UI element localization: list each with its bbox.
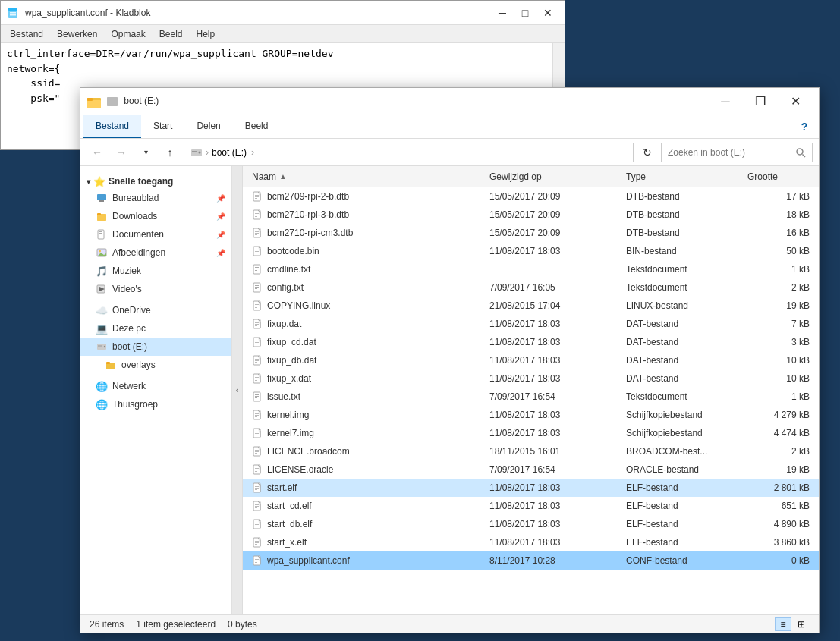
file-type-cell: Schijfkopiebestand — [623, 428, 744, 438]
svg-rect-93 — [255, 468, 259, 469]
notepad-menu-help[interactable]: Help — [190, 27, 221, 41]
file-size-cell: 7 kB — [744, 319, 813, 329]
table-row[interactable]: cmdline.txt Tekstdocument 1 kB — [243, 260, 819, 278]
file-type-cell: ELF-bestand — [623, 501, 744, 511]
file-type-cell: Tekstdocument — [623, 391, 744, 402]
notepad-menu-bewerken[interactable]: Bewerken — [51, 27, 103, 41]
tab-delen[interactable]: Delen — [184, 115, 232, 138]
nav-up-btn[interactable]: ↑ — [159, 143, 181, 162]
file-type-icon — [252, 482, 263, 493]
table-row[interactable]: fixup_cd.dat 11/08/2017 18:03 DAT-bestan… — [243, 333, 819, 351]
table-row[interactable]: bootcode.bin 11/08/2017 18:03 BIN-bestan… — [243, 242, 819, 260]
search-input[interactable] — [668, 147, 792, 158]
table-row[interactable]: start_cd.elf 11/08/2017 18:03 ELF-bestan… — [243, 497, 819, 515]
nav-recent-btn[interactable]: ▾ — [135, 143, 156, 162]
sidebar-item-netwerk[interactable]: 🌐 Netwerk — [80, 377, 231, 395]
table-row[interactable]: bcm2709-rpi-2-b.dtb 15/05/2017 20:09 DTB… — [243, 187, 819, 206]
sidebar-item-afbeeldingen[interactable]: Afbeeldingen 📌 — [80, 244, 231, 262]
file-name-cell: LICENSE.oracle — [249, 464, 486, 475]
notepad-menu-beeld[interactable]: Beeld — [153, 27, 189, 41]
sidebar-item-thuisgroep[interactable]: 🌐 Thuisgroep — [80, 395, 231, 413]
netwerk-icon: 🌐 — [96, 380, 108, 392]
svg-rect-90 — [255, 451, 259, 452]
explorer-restore-btn[interactable]: ❐ — [743, 90, 778, 114]
file-type-cell: DAT-bestand — [623, 373, 744, 384]
sidebar-item-boot[interactable]: boot (E:) — [80, 338, 231, 356]
file-list[interactable]: bcm2709-rpi-2-b.dtb 15/05/2017 20:09 DTB… — [243, 187, 819, 614]
status-count: 26 items — [90, 619, 124, 630]
svg-rect-14 — [97, 194, 106, 200]
svg-rect-31 — [106, 362, 110, 364]
file-date-cell: 11/08/2017 18:03 — [486, 428, 623, 438]
refresh-btn[interactable]: ↻ — [637, 143, 658, 162]
nav-back-btn[interactable]: ← — [87, 143, 108, 162]
tab-beeld[interactable]: Beeld — [233, 115, 281, 138]
file-type-icon — [252, 391, 263, 402]
sidebar-collapse-btn[interactable]: ‹ — [232, 166, 243, 614]
notepad-menu-opmaak[interactable]: Opmaak — [105, 27, 151, 41]
col-header-modified[interactable]: Gewijzigd op — [486, 166, 623, 187]
file-name-cell: start_x.elf — [249, 537, 486, 548]
sidebar-item-muziek[interactable]: 🎵 Muziek — [80, 262, 231, 280]
svg-line-13 — [803, 154, 806, 157]
file-type-icon — [252, 209, 263, 220]
svg-rect-5 — [87, 100, 101, 108]
col-header-type[interactable]: Type — [623, 166, 744, 187]
svg-rect-8 — [107, 97, 118, 106]
table-row[interactable]: start_x.elf 11/08/2017 18:03 ELF-bestand… — [243, 533, 819, 551]
svg-rect-67 — [255, 344, 257, 344]
table-row[interactable]: fixup_db.dat 11/08/2017 18:03 DAT-bestan… — [243, 351, 819, 369]
col-header-name[interactable]: Naam ▲ — [249, 166, 486, 187]
table-row[interactable]: issue.txt 7/09/2017 16:54 Tekstdocument … — [243, 388, 819, 406]
file-size-cell: 19 kB — [744, 300, 813, 311]
table-row[interactable]: start.elf 11/08/2017 18:03 ELF-bestand 2… — [243, 479, 819, 497]
table-row[interactable]: kernel7.img 11/08/2017 18:03 Schijfkopie… — [243, 424, 819, 442]
file-date-cell: 18/11/2015 16:01 — [486, 446, 623, 457]
sidebar-item-onedrive[interactable]: ☁️ OneDrive — [80, 301, 231, 319]
nav-forward-btn[interactable]: → — [111, 143, 132, 162]
sidebar-item-overlays[interactable]: overlays — [80, 356, 231, 374]
file-type-cell: Tekstdocument — [623, 282, 744, 293]
sidebar-item-deze-pc[interactable]: 💻 Deze pc — [80, 319, 231, 338]
address-path[interactable]: › boot (E:) › — [184, 143, 634, 162]
table-row[interactable]: wpa_supplicant.conf 8/11/2017 10:28 CONF… — [243, 551, 819, 570]
table-row[interactable]: LICENCE.broadcom 18/11/2015 16:01 BROADC… — [243, 442, 819, 460]
notepad-maximize-btn[interactable]: □ — [514, 5, 536, 21]
svg-rect-41 — [255, 231, 259, 232]
view-details-btn[interactable]: ≡ — [775, 617, 791, 631]
sidebar-quick-access-header[interactable]: ▾ ⭐ Snelle toegang — [80, 172, 231, 189]
tab-start[interactable]: Start — [141, 115, 184, 138]
table-row[interactable]: bcm2710-rpi-cm3.dtb 15/05/2017 20:09 DTB… — [243, 224, 819, 242]
table-row[interactable]: fixup_x.dat 11/08/2017 18:03 DAT-bestand… — [243, 369, 819, 388]
col-header-size[interactable]: Grootte — [744, 166, 813, 187]
explorer-minimize-btn[interactable]: ─ — [708, 90, 743, 114]
file-list-header: Naam ▲ Gewijzigd op Type Grootte — [243, 166, 819, 187]
table-row[interactable]: COPYING.linux 21/08/2015 17:04 LINUX-bes… — [243, 297, 819, 315]
tab-bestand[interactable]: Bestand — [83, 115, 141, 138]
downloads-pin-icon: 📌 — [216, 212, 225, 221]
table-row[interactable]: LICENSE.oracle 7/09/2017 16:54 ORACLE-be… — [243, 460, 819, 479]
svg-rect-43 — [255, 234, 257, 235]
notepad-minimize-btn[interactable]: ─ — [492, 5, 513, 21]
ribbon-help-btn[interactable]: ? — [793, 115, 816, 138]
sidebar-item-downloads[interactable]: Downloads 📌 — [80, 207, 231, 225]
bureauBlad-pin-icon: 📌 — [216, 194, 225, 203]
sidebar-item-bureauBlad[interactable]: Bureaublad 📌 — [80, 189, 231, 207]
table-row[interactable]: bcm2710-rpi-3-b.dtb 15/05/2017 20:09 DTB… — [243, 206, 819, 224]
file-date-cell: 15/05/2017 20:09 — [486, 191, 623, 202]
table-row[interactable]: fixup.dat 11/08/2017 18:03 DAT-bestand 7… — [243, 315, 819, 333]
svg-rect-18 — [97, 213, 101, 215]
notepad-close-btn[interactable]: ✕ — [537, 5, 558, 21]
file-type-cell: DTB-bestand — [623, 228, 744, 238]
explorer-close-btn[interactable]: ✕ — [778, 90, 813, 114]
table-row[interactable]: kernel.img 11/08/2017 18:03 Schijfkopieb… — [243, 406, 819, 424]
view-tiles-btn[interactable]: ⊞ — [793, 617, 810, 631]
sidebar-item-documenten[interactable]: Documenten 📌 — [80, 225, 231, 244]
status-view-btns: ≡ ⊞ — [775, 617, 810, 631]
table-row[interactable]: start_db.elf 11/08/2017 18:03 ELF-bestan… — [243, 515, 819, 533]
svg-rect-105 — [255, 523, 259, 523]
notepad-menu-bestand[interactable]: Bestand — [4, 27, 49, 41]
sidebar-overlays-label: overlays — [121, 360, 156, 370]
sidebar-item-videos[interactable]: Video's — [80, 280, 231, 298]
table-row[interactable]: config.txt 7/09/2017 16:05 Tekstdocument… — [243, 278, 819, 297]
